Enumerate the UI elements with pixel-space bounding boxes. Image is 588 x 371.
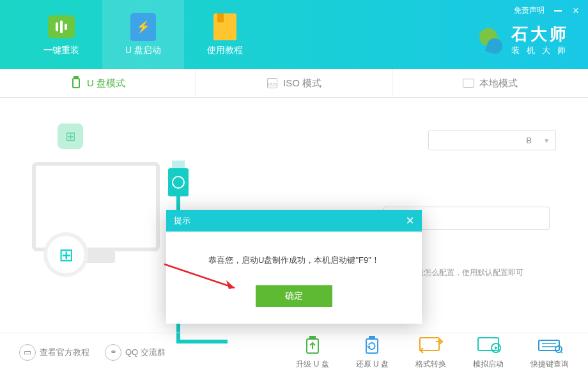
tab-reinstall[interactable]: 一键重装	[20, 0, 102, 69]
close-button[interactable]: ×	[571, 6, 580, 15]
windows-badge-icon: ⊞	[58, 123, 83, 149]
usb-refresh-icon	[360, 335, 384, 354]
people-icon: ⚭	[105, 344, 121, 361]
modal-message: 恭喜您，启动U盘制作成功，本机启动键"F9"！	[184, 255, 404, 266]
footer-qq-link[interactable]: ⚭ QQ 交流群	[105, 344, 166, 361]
tool-label: 还原 U 盘	[356, 359, 389, 370]
mode-tabs: U 盘模式 ISO ISO 模式 本地模式	[0, 69, 588, 98]
tool-simulate-boot[interactable]: 模拟启动	[473, 335, 504, 370]
tool-hotkey-lookup[interactable]: 快捷键查询	[530, 335, 569, 370]
device-dropdown[interactable]: B ▾	[428, 130, 556, 150]
bars-icon	[48, 15, 75, 38]
tool-label: 快捷键查询	[530, 359, 569, 370]
app-header: 免责声明 × 一键重装 U 盘启动 使用教程 石大师 装机大师	[0, 0, 588, 69]
brand-subtitle: 装机大师	[511, 45, 573, 56]
tab-tutorial[interactable]: 使用教程	[184, 0, 266, 69]
success-modal: 提示 × 恭喜您，启动U盘制作成功，本机启动键"F9"！ 确定	[166, 210, 422, 324]
convert-icon	[418, 335, 444, 354]
brand-logo-icon	[477, 27, 505, 55]
modal-title: 提示	[174, 215, 190, 226]
dropdown-value: B	[526, 136, 532, 145]
tool-label: 升级 U 盘	[296, 359, 329, 370]
tab-usb-boot[interactable]: U 盘启动	[102, 0, 184, 69]
mode-label: 本地模式	[479, 77, 518, 90]
usb-up-icon	[300, 335, 325, 354]
usb-shield-icon	[130, 13, 156, 41]
tool-label: 格式转换	[415, 359, 446, 370]
mode-label: U 盘模式	[87, 77, 125, 90]
minimize-button[interactable]	[553, 6, 562, 15]
chevron-down-icon: ▾	[545, 136, 549, 145]
mode-label: ISO 模式	[283, 77, 321, 90]
modal-close-button[interactable]: ×	[406, 212, 414, 229]
titlebar-controls: 免责声明 ×	[514, 5, 580, 16]
mode-tab-iso[interactable]: ISO ISO 模式	[196, 69, 392, 97]
svg-rect-7	[539, 340, 559, 351]
content-area: ⊞ ⊞ B ▾ 开始制作 小贴士：如果不知道怎么配置，使用默认配置即可 提示 ×…	[0, 98, 588, 341]
modal-ok-button[interactable]: 确定	[256, 285, 332, 307]
tool-format-convert[interactable]: 格式转换	[415, 335, 446, 370]
screen-play-icon	[476, 335, 501, 354]
mode-tab-usb[interactable]: U 盘模式	[0, 69, 196, 97]
disclaimer-link[interactable]: 免责声明	[514, 5, 545, 16]
svg-rect-1	[309, 336, 316, 339]
svg-line-11	[561, 352, 562, 354]
book-icon: ▭	[19, 344, 36, 361]
mode-tab-local[interactable]: 本地模式	[392, 69, 588, 97]
book-icon	[213, 13, 236, 40]
main-nav: 一键重装 U 盘启动 使用教程	[0, 0, 266, 69]
iso-icon: ISO	[267, 78, 277, 88]
tool-label: 模拟启动	[473, 359, 504, 370]
brand: 石大师 装机大师	[477, 26, 573, 56]
tab-label: 一键重装	[43, 45, 79, 56]
footer-tutorial-link[interactable]: ▭ 查看官方教程	[19, 344, 89, 361]
tool-upgrade-usb[interactable]: 升级 U 盘	[296, 335, 329, 370]
link-label: 查看官方教程	[40, 347, 89, 358]
monitor-icon	[463, 79, 474, 88]
usb-icon	[72, 78, 80, 88]
tool-restore-usb[interactable]: 还原 U 盘	[356, 335, 389, 370]
windows-circle-icon: ⊞	[43, 232, 88, 277]
svg-rect-3	[369, 336, 375, 339]
tab-label: U 盘启动	[125, 45, 161, 56]
footer: ▭ 查看官方教程 ⚭ QQ 交流群 升级 U 盘 还原 U 盘 格式转换 模拟启…	[0, 333, 588, 371]
keyboard-search-icon	[537, 335, 562, 354]
tab-label: 使用教程	[207, 45, 243, 56]
link-label: QQ 交流群	[125, 347, 166, 358]
modal-header: 提示 ×	[166, 210, 422, 232]
brand-title: 石大师	[511, 26, 573, 42]
